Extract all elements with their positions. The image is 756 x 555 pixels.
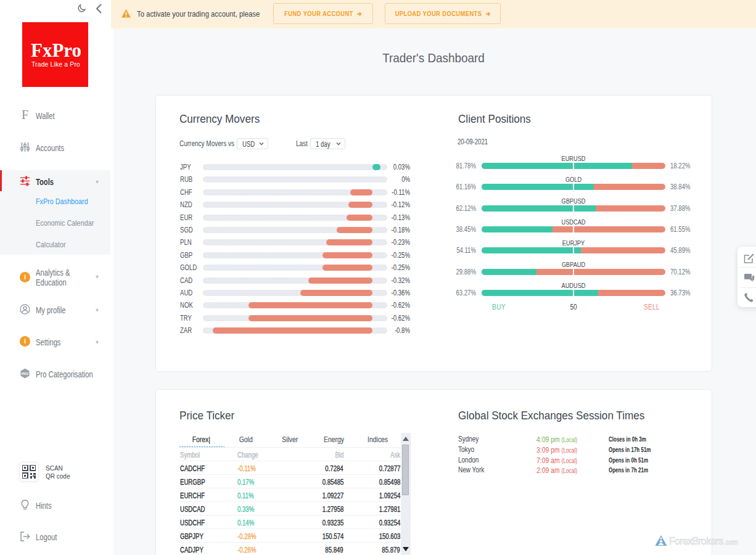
svg-text:.com: .com <box>724 538 738 546</box>
svg-text:ForexBrokers: ForexBrokers <box>669 536 723 546</box>
svg-text:PRO: PRO <box>22 372 28 376</box>
